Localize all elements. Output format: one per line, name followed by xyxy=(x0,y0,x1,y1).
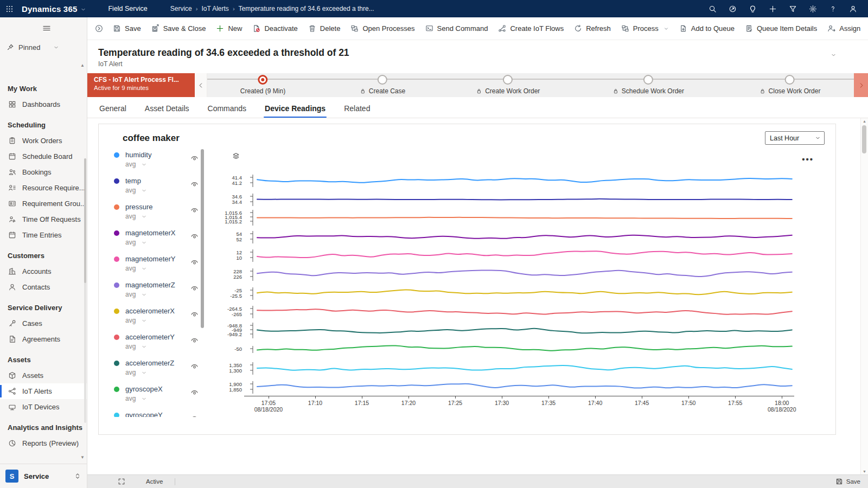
sensor-aggregation-dropdown[interactable]: avg xyxy=(125,160,199,168)
commandbar-expand-icon[interactable] xyxy=(91,21,107,36)
sidebar-item-time-entries[interactable]: Time Entries xyxy=(0,227,87,243)
bulb-icon[interactable] xyxy=(745,1,760,16)
sensor-name[interactable]: humidity xyxy=(125,150,199,159)
sidebar-pinned-row[interactable]: Pinned xyxy=(0,39,87,55)
create-iot-flows-button[interactable]: Create IoT Flows xyxy=(493,21,569,36)
pinned-caret-icon[interactable] xyxy=(53,44,59,50)
footer-save-button[interactable]: Save xyxy=(835,478,860,485)
sidebar-item-dashboards[interactable]: Dashboards xyxy=(0,97,87,112)
eye-visibility-icon[interactable] xyxy=(190,180,199,188)
bpf-active-stage-box[interactable]: CFS - IoT Alert Process Fl... Active for… xyxy=(87,73,195,97)
layers-icon[interactable] xyxy=(232,152,240,160)
sidebar-scrollbar-thumb[interactable] xyxy=(84,158,86,283)
sensor-aggregation-dropdown[interactable]: avg xyxy=(125,369,199,376)
send-command-button[interactable]: Send Command xyxy=(420,21,493,36)
sidebar-scroll-up-arrow[interactable]: ▲ xyxy=(80,63,85,68)
save-close-button[interactable]: Save & Close xyxy=(146,21,211,36)
bpf-next-stage-chevron[interactable] xyxy=(854,73,868,97)
sensor-name[interactable]: accelerometerX xyxy=(125,306,199,316)
breadcrumb-item[interactable]: IoT Alerts xyxy=(201,5,228,12)
open-processes-button[interactable]: Open Processes xyxy=(346,21,419,36)
process-button[interactable]: Process xyxy=(616,21,674,36)
sensor-aggregation-dropdown[interactable]: avg xyxy=(125,291,199,298)
sidebar-item-schedule-board[interactable]: Schedule Board xyxy=(0,149,87,164)
chart-more-menu[interactable]: ••• xyxy=(802,155,814,164)
bpf-stage-close-work-order[interactable]: Close Work Order xyxy=(760,73,821,95)
eye-visibility-icon[interactable] xyxy=(190,310,199,318)
sidebar-item-agreements[interactable]: Agreements xyxy=(0,331,87,347)
eye-visibility-icon[interactable] xyxy=(190,414,199,417)
tab-device-readings[interactable]: Device Readings xyxy=(264,100,327,118)
assign-button[interactable]: Assign xyxy=(822,21,865,36)
commandbar-overflow-button[interactable]: ⋮ xyxy=(866,22,868,36)
sensor-name[interactable]: temp xyxy=(125,176,199,185)
environment-name[interactable]: Field Service xyxy=(108,5,147,12)
tab-asset-details[interactable]: Asset Details xyxy=(144,100,190,118)
sensor-list-scrollbar-thumb[interactable] xyxy=(201,149,204,328)
bpf-stage-marker[interactable] xyxy=(643,75,653,85)
sensor-name[interactable]: gyroscopeY xyxy=(125,410,199,417)
sensor-name[interactable]: magnetometerX xyxy=(125,228,199,237)
sidebar-item-resource-require-[interactable]: Resource Require... xyxy=(0,180,87,196)
eye-visibility-icon[interactable] xyxy=(190,284,199,292)
gear-icon[interactable] xyxy=(805,1,820,16)
page-scroll-down-arrow[interactable]: ▼ xyxy=(861,470,868,473)
sensor-aggregation-dropdown[interactable]: avg xyxy=(125,343,199,350)
bpf-stage-create-work-order[interactable]: Create Work Order xyxy=(476,73,540,95)
bpf-stage-create-case[interactable]: Create Case xyxy=(360,73,405,95)
sensor-name[interactable]: pressure xyxy=(125,202,199,211)
app-launcher-waffle-icon[interactable] xyxy=(0,0,18,17)
bpf-collapse-chevron[interactable] xyxy=(195,73,207,97)
sidebar-item-time-off-requests[interactable]: Time Off Requests xyxy=(0,211,87,227)
eye-visibility-icon[interactable] xyxy=(190,362,199,370)
area-switcher[interactable]: S Service xyxy=(0,464,87,488)
time-range-select[interactable]: Last Hour xyxy=(765,131,825,145)
eye-visibility-icon[interactable] xyxy=(190,232,199,240)
sensor-name[interactable]: magnetometerY xyxy=(125,254,199,264)
sidebar-item-requirement-grou-[interactable]: Requirement Grou... xyxy=(0,196,87,211)
sidebar-item-reports-preview-[interactable]: Reports (Preview) xyxy=(0,435,87,451)
refresh-button[interactable]: Refresh xyxy=(569,21,616,36)
breadcrumb-item[interactable]: Service xyxy=(170,5,192,12)
sensor-name[interactable]: accelerometerY xyxy=(125,332,199,342)
bpf-stage-schedule-work-order[interactable]: Schedule Work Order xyxy=(612,73,684,95)
sensor-aggregation-dropdown[interactable]: avg xyxy=(125,213,199,220)
eye-visibility-icon[interactable] xyxy=(190,336,199,344)
eye-visibility-icon[interactable] xyxy=(190,258,199,266)
sidebar-item-iot-devices[interactable]: IoT Devices xyxy=(0,399,87,415)
sensor-aggregation-dropdown[interactable]: avg xyxy=(125,395,199,402)
tab-general[interactable]: General xyxy=(98,100,127,118)
bpf-active-stage-marker[interactable] xyxy=(258,75,268,85)
sensor-name[interactable]: accelerometerZ xyxy=(125,358,199,368)
bpf-stage-marker[interactable] xyxy=(378,75,387,85)
eye-visibility-icon[interactable] xyxy=(190,206,199,214)
deactivate-button[interactable]: Deactivate xyxy=(247,21,302,36)
sidebar-item-bookings[interactable]: Bookings xyxy=(0,164,87,180)
bpf-stage-marker[interactable] xyxy=(785,75,795,85)
new-button[interactable]: New xyxy=(211,21,247,36)
app-caret-icon[interactable] xyxy=(80,7,86,12)
sensor-aggregation-dropdown[interactable]: avg xyxy=(125,239,199,246)
tab-commands[interactable]: Commands xyxy=(207,100,248,118)
plus-icon[interactable] xyxy=(765,1,780,16)
eye-visibility-icon[interactable] xyxy=(190,154,199,162)
page-scrollbar[interactable]: ▲ ▼ xyxy=(860,118,868,474)
header-collapse-chevron-icon[interactable] xyxy=(831,52,837,58)
bpf-stage-marker[interactable] xyxy=(503,75,513,85)
sidebar-item-work-orders[interactable]: Work Orders xyxy=(0,133,87,149)
page-scroll-up-arrow[interactable]: ▲ xyxy=(861,119,868,123)
insights-icon[interactable] xyxy=(725,1,740,16)
sidebar-item-iot-alerts[interactable]: IoT Alerts xyxy=(0,383,87,399)
sitemap-hamburger-icon[interactable] xyxy=(0,17,87,39)
sidebar-item-accounts[interactable]: Accounts xyxy=(0,264,87,279)
save-button[interactable]: Save xyxy=(108,21,146,36)
person-icon[interactable] xyxy=(845,1,860,16)
delete-button[interactable]: Delete xyxy=(303,21,346,36)
sidebar-scroll-down-arrow[interactable]: ▼ xyxy=(80,455,85,460)
add-to-queue-button[interactable]: Add to Queue xyxy=(674,21,739,36)
sensor-aggregation-dropdown[interactable]: avg xyxy=(125,187,199,194)
sidebar-item-assets[interactable]: Assets xyxy=(0,368,87,383)
search-icon[interactable] xyxy=(705,1,720,16)
tab-related[interactable]: Related xyxy=(343,100,371,118)
sidebar-item-contacts[interactable]: Contacts xyxy=(0,279,87,295)
